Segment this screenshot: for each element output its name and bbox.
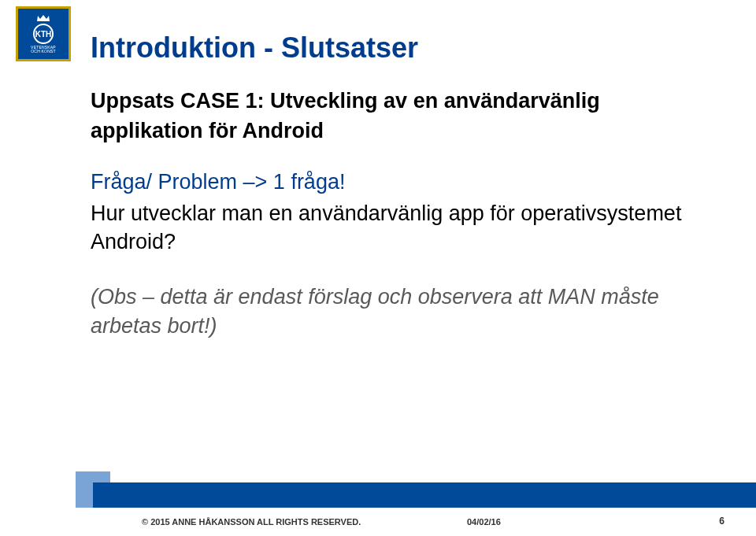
logo-ring: KTH	[33, 24, 54, 44]
footer-bar	[0, 484, 756, 508]
subtitle: Uppsats CASE 1: Utveckling av en använda…	[91, 87, 709, 146]
note-text: (Obs – detta är endast förslag och obser…	[91, 283, 709, 340]
logo-sub2: OCH KONST	[31, 50, 56, 54]
footer-page-number: 6	[719, 516, 724, 527]
crown-icon	[36, 14, 50, 22]
kth-logo: KTH VETENSKAP OCH KONST	[16, 6, 71, 61]
footer-stripe	[93, 482, 756, 508]
footer-date: 04/02/16	[467, 517, 501, 527]
footer-copyright: © 2015 ANNE HÅKANSSON ALL RIGHTS RESERVE…	[142, 517, 361, 527]
slide: KTH VETENSKAP OCH KONST Introduktion - S…	[0, 0, 756, 536]
logo-inner: KTH VETENSKAP OCH KONST	[18, 9, 69, 59]
question-label: Fråga/ Problem –> 1 fråga!	[91, 170, 709, 194]
slide-title: Introduktion - Slutsatser	[91, 31, 418, 65]
slide-body: Uppsats CASE 1: Utveckling av en använda…	[91, 87, 709, 340]
logo-abbr: KTH	[35, 30, 52, 39]
question-text: Hur utvecklar man en användarvänlig app …	[91, 199, 709, 257]
